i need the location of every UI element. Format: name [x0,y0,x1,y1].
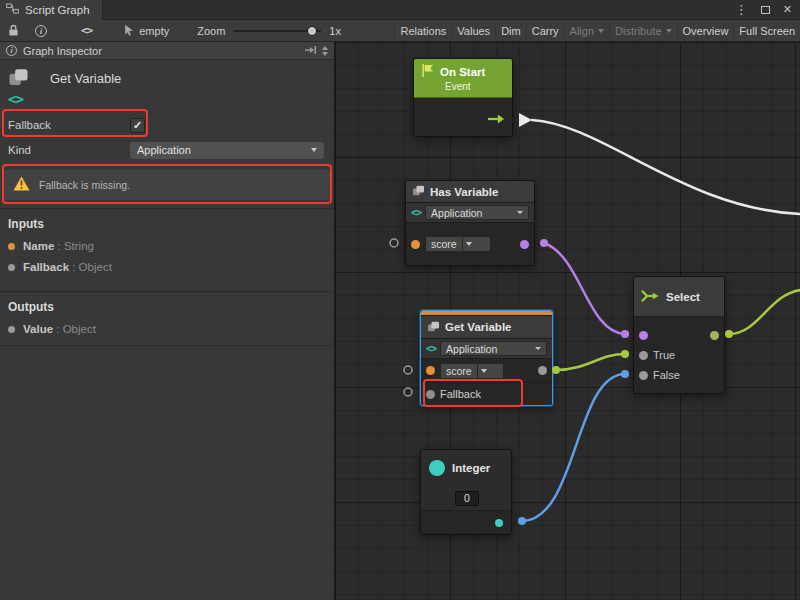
inputs-header: Inputs [8,217,326,231]
flow-port-triangle [519,113,532,127]
false-port-label: False [653,369,680,381]
object-port-dot [8,326,15,333]
empty-port-circle [404,366,412,374]
inputs-section: Inputs Name : String Fallback : Object [0,208,334,283]
align-button: Align [564,20,609,42]
chevron-down-icon [666,29,672,33]
chevron-down-icon [481,369,487,373]
maximize-icon[interactable] [761,6,770,14]
node-subtitle: Event [445,81,505,92]
relations-button[interactable]: Relations [394,20,451,42]
condition-input-port[interactable] [639,331,648,340]
object-port-dot [8,264,15,271]
flag-icon [421,63,434,80]
node-integer[interactable]: Integer 0 [420,449,512,535]
selection-indicator: empty [124,24,169,38]
fallback-property-row: Fallback ✓ [0,112,334,138]
collapse-panel-icon[interactable] [304,45,316,57]
panel-scroll-spinner[interactable] [322,46,328,56]
name-input-port[interactable] [411,240,420,249]
variable-name-dropdown[interactable]: score [425,236,491,252]
warning-icon [13,176,30,195]
integer-output-port[interactable] [495,519,503,527]
wire-value-green [556,354,625,370]
chevron-down-icon [311,148,317,152]
code-icon: <> [8,91,42,107]
selection-output-port[interactable] [710,331,719,340]
tab-script-graph[interactable]: Script Graph [0,0,103,20]
variables-icon [8,68,42,90]
wire-bool-purple [544,243,625,334]
integer-value-field[interactable]: 0 [455,491,479,506]
node-get-variable[interactable]: Get Variable <> Application score [420,310,553,406]
outputs-header: Outputs [8,300,326,314]
kind-property-label: Kind [8,144,130,156]
inspector-title-block: <> Get Variable [0,60,334,112]
overview-button[interactable]: Overview [677,20,734,42]
connection-wires [335,42,800,600]
title-bar: Script Graph ⋮ ✕ [0,0,800,20]
selection-label: empty [139,25,169,37]
chevron-down-icon [466,242,472,246]
chevron-down-icon [517,211,523,214]
chevron-down-icon [535,347,541,350]
value-output-port[interactable] [538,366,547,375]
variables-icon [427,321,440,334]
fallback-port-label: Fallback [440,388,481,400]
graph-toolbar: i <> empty Zoom 1x Relations Values Dim … [0,20,800,42]
window-menu-icon[interactable]: ⋮ [735,3,748,16]
zoom-slider-knob[interactable] [307,26,317,36]
node-title: Get Variable [445,321,511,333]
close-icon[interactable]: ✕ [783,3,792,16]
zoom-control: Zoom 1x [197,25,341,37]
zoom-label: Zoom [197,25,225,37]
zoom-slider[interactable] [233,30,321,32]
string-port-dot [8,243,15,250]
graph-canvas[interactable]: On Start Event Has Variable <> A [335,42,800,600]
empty-port-circle [404,388,412,396]
full-screen-button[interactable]: Full Screen [733,20,800,42]
script-graph-icon [6,3,19,16]
flow-output-arrow-icon[interactable] [487,111,505,129]
node-title: Select [666,291,700,303]
bool-output-port[interactable] [520,240,529,249]
node-title: Has Variable [430,186,498,198]
kind-dropdown[interactable]: Application [440,341,547,356]
node-has-variable[interactable]: Has Variable <> Application score [405,180,535,266]
variables-icon [412,185,425,198]
info-icon[interactable]: i [29,20,53,42]
kind-dropdown[interactable]: Application [425,205,529,220]
values-button[interactable]: Values [451,20,495,42]
wire-select-output-green [729,290,800,334]
variable-name-dropdown[interactable]: score [440,363,504,379]
wire-flow-white [532,120,800,214]
fallback-input-port[interactable] [426,390,435,399]
distribute-button: Distribute [609,20,676,42]
kind-dropdown[interactable]: Application [130,142,324,159]
false-input-port[interactable] [639,371,648,380]
toolbar-buttons: Relations Values Dim Carry Align Distrib… [394,20,800,42]
code-icon: <> [411,207,421,218]
true-input-port[interactable] [639,351,648,360]
code-icon: <> [426,343,436,354]
node-select[interactable]: Select True False [633,276,725,394]
node-on-start[interactable]: On Start Event [413,58,513,137]
outputs-section: Outputs Value : Object [0,291,334,346]
code-view-icon[interactable]: <> [75,20,98,42]
dim-button[interactable]: Dim [495,20,526,42]
input-port-row: Name : String [8,240,326,252]
kind-property-row: Kind Application [0,138,334,162]
lock-icon[interactable] [2,20,25,42]
info-icon: i [6,45,17,56]
tab-title: Script Graph [25,4,90,16]
cursor-icon [124,24,134,38]
node-title: On Start [440,66,485,78]
chevron-down-icon [598,29,604,33]
inspector-header: i Graph Inspector [0,42,334,60]
carry-button[interactable]: Carry [526,20,564,42]
select-icon [640,289,659,305]
node-title: Integer [452,462,490,474]
empty-port-circle [390,239,398,247]
fallback-checkbox[interactable]: ✓ [130,118,145,133]
name-input-port[interactable] [426,366,435,375]
